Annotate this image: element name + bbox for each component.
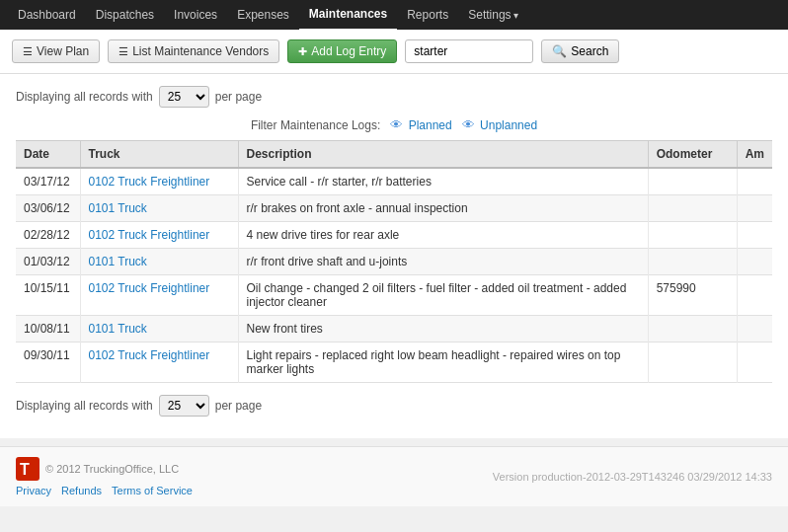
col-header-description: Description	[238, 141, 648, 169]
cell-truck: 0102 Truck Freightliner	[80, 168, 238, 195]
col-header-date: Date	[16, 141, 80, 169]
planned-eye-icon: 👁	[390, 117, 403, 132]
truck-link[interactable]: 0102 Truck Freightliner	[89, 228, 210, 242]
displaying-text: Displaying all records with	[16, 90, 153, 104]
cell-amount	[737, 249, 772, 275]
add-log-button[interactable]: ✚ Add Log Entry	[287, 39, 397, 63]
add-log-label: Add Log Entry	[311, 44, 386, 58]
table-row: 10/15/110102 Truck FreightlinerOil chang…	[16, 275, 772, 316]
view-plan-icon: ☰	[23, 45, 33, 58]
table-row: 03/06/120101 Truckr/r brakes on front ax…	[16, 195, 772, 222]
footer-link-privacy[interactable]: Privacy	[16, 485, 51, 496]
footer-copyright: © 2012 TruckingOffice, LLC	[45, 463, 179, 475]
toolbar: ☰ View Plan ☰ List Maintenance Vendors ✚…	[0, 30, 788, 74]
cell-date: 10/08/11	[16, 316, 80, 342]
footer-left: T © 2012 TruckingOffice, LLC PrivacyRefu…	[16, 457, 193, 496]
table-row: 01/03/120101 Truckr/r front drive shaft …	[16, 249, 772, 275]
table-row: 10/08/110101 TruckNew front tires	[16, 316, 772, 342]
col-header-odometer: Odometer	[648, 141, 737, 169]
cell-truck: 0102 Truck Freightliner	[80, 342, 238, 383]
cell-odometer	[648, 222, 737, 249]
nav-item-reports[interactable]: Reports	[397, 0, 458, 30]
per-page-after-bottom: per page	[215, 399, 262, 413]
cell-truck: 0102 Truck Freightliner	[80, 275, 238, 316]
cell-date: 09/30/11	[16, 342, 80, 383]
search-icon: 🔍	[552, 44, 567, 58]
cell-description: r/r front drive shaft and u-joints	[238, 249, 648, 275]
cell-odometer	[648, 249, 737, 275]
footer-logo: T © 2012 TruckingOffice, LLC	[16, 457, 193, 481]
site-footer: T © 2012 TruckingOffice, LLC PrivacyRefu…	[0, 446, 788, 506]
search-input[interactable]	[405, 39, 533, 63]
cell-description: 4 new drive tires for rear axle	[238, 222, 648, 249]
truck-link[interactable]: 0102 Truck Freightliner	[89, 175, 210, 189]
cell-date: 02/28/12	[16, 222, 80, 249]
nav-item-invoices[interactable]: Invoices	[164, 0, 227, 30]
per-page-select-bottom[interactable]: 102550100	[159, 395, 209, 417]
table-row: 02/28/120102 Truck Freightliner4 new dri…	[16, 222, 772, 249]
nav-item-maintenances[interactable]: Maintenances	[299, 0, 397, 31]
unplanned-filter-link[interactable]: Unplanned	[480, 118, 537, 132]
planned-filter-link[interactable]: Planned	[409, 118, 452, 132]
cell-truck: 0102 Truck Freightliner	[80, 222, 238, 249]
footer-links: PrivacyRefundsTerms of Service	[16, 485, 193, 496]
per-page-select[interactable]: 102550100	[159, 86, 209, 108]
list-vendors-button[interactable]: ☰ List Maintenance Vendors	[108, 39, 279, 63]
table-row: 03/17/120102 Truck FreightlinerService c…	[16, 168, 772, 195]
nav-item-expenses[interactable]: Expenses	[227, 0, 299, 30]
cell-odometer: 575990	[648, 275, 737, 316]
cell-description: r/r brakes on front axle - annual inspec…	[238, 195, 648, 222]
nav-item-dispatches[interactable]: Dispatches	[86, 0, 164, 30]
table-row: 09/30/110102 Truck FreightlinerLight rep…	[16, 342, 772, 383]
list-icon: ☰	[118, 45, 128, 58]
main-content: Displaying all records with 102550100 pe…	[0, 74, 788, 438]
filter-row: Filter Maintenance Logs: 👁 Planned 👁 Unp…	[16, 117, 772, 132]
footer-link-terms-of-service[interactable]: Terms of Service	[112, 485, 193, 496]
nav-item-dashboard[interactable]: Dashboard	[8, 0, 86, 30]
truck-link[interactable]: 0101 Truck	[89, 322, 147, 336]
per-page-row: Displaying all records with 102550100 pe…	[16, 86, 772, 108]
top-navigation: DashboardDispatchesInvoicesExpensesMaint…	[0, 0, 788, 30]
cell-amount	[737, 168, 772, 195]
truck-link[interactable]: 0101 Truck	[89, 201, 147, 215]
cell-truck: 0101 Truck	[80, 195, 238, 222]
per-page-after: per page	[215, 90, 262, 104]
cell-amount	[737, 342, 772, 383]
view-plan-button[interactable]: ☰ View Plan	[12, 39, 100, 63]
cell-odometer	[648, 168, 737, 195]
add-icon: ✚	[298, 45, 307, 58]
per-page-row-bottom: Displaying all records with 102550100 pe…	[16, 395, 772, 417]
cell-date: 10/15/11	[16, 275, 80, 316]
cell-date: 01/03/12	[16, 249, 80, 275]
nav-item-settings[interactable]: Settings	[458, 0, 528, 31]
search-button[interactable]: 🔍 Search	[541, 39, 619, 63]
list-vendors-label: List Maintenance Vendors	[132, 44, 269, 58]
displaying-text-bottom: Displaying all records with	[16, 399, 153, 413]
col-header-truck: Truck	[80, 141, 238, 169]
cell-truck: 0101 Truck	[80, 249, 238, 275]
footer-link-refunds[interactable]: Refunds	[61, 485, 102, 496]
cell-odometer	[648, 342, 737, 383]
cell-description: New front tires	[238, 316, 648, 342]
cell-date: 03/17/12	[16, 168, 80, 195]
unplanned-eye-icon: 👁	[462, 117, 475, 132]
maintenance-table: DateTruckDescriptionOdometerAm 03/17/120…	[16, 140, 772, 383]
cell-description: Service call - r/r starter, r/r batterie…	[238, 168, 648, 195]
filter-label: Filter Maintenance Logs:	[251, 118, 380, 132]
cell-odometer	[648, 195, 737, 222]
view-plan-label: View Plan	[37, 44, 89, 58]
svg-text:T: T	[20, 461, 30, 478]
cell-description: Oil change - changed 2 oil filters - fue…	[238, 275, 648, 316]
search-label: Search	[571, 44, 608, 58]
cell-date: 03/06/12	[16, 195, 80, 222]
truck-link[interactable]: 0102 Truck Freightliner	[89, 281, 210, 295]
truck-link[interactable]: 0102 Truck Freightliner	[89, 348, 210, 362]
truck-link[interactable]: 0101 Truck	[89, 255, 147, 268]
cell-amount	[737, 316, 772, 342]
cell-amount	[737, 275, 772, 316]
col-header-am: Am	[737, 141, 772, 169]
cell-odometer	[648, 316, 737, 342]
cell-amount	[737, 222, 772, 249]
cell-truck: 0101 Truck	[80, 316, 238, 342]
logo-icon: T	[16, 457, 39, 481]
